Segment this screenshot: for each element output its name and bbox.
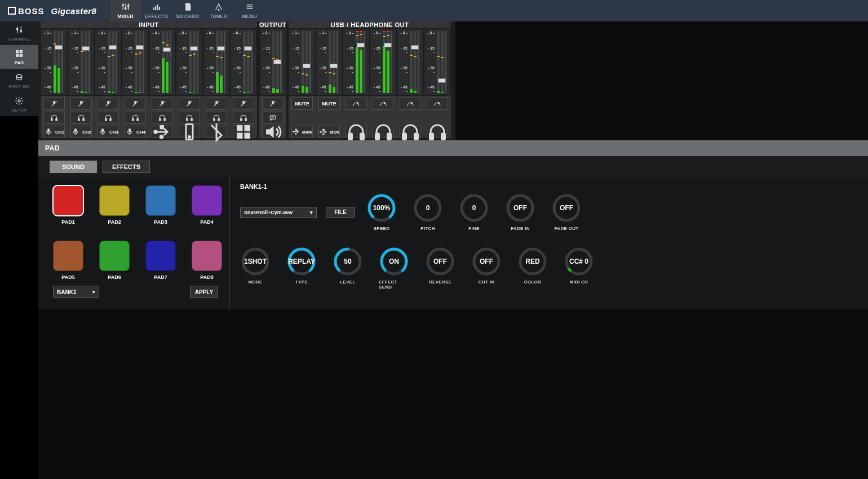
curve-button[interactable] (400, 97, 421, 110)
pad7-button[interactable] (145, 241, 176, 271)
mic-mute-button[interactable] (70, 97, 92, 110)
mic-mute-button[interactable] (152, 97, 173, 110)
fader-track[interactable] (445, 31, 446, 93)
channel-label-usb[interactable] (152, 126, 173, 138)
fader-track[interactable] (116, 31, 117, 93)
monitor-button[interactable] (98, 112, 119, 124)
fader-knob[interactable] (163, 47, 171, 52)
channel-label-ch3[interactable]: CH3 (98, 126, 119, 138)
pad5-button[interactable] (53, 241, 83, 271)
nav-tab-effects[interactable]: EFFECTS (141, 0, 172, 21)
knob-color[interactable]: RED COLOR (517, 247, 548, 290)
fader-track[interactable] (280, 31, 282, 93)
monitor-button[interactable] (43, 112, 65, 124)
knob-fadeout[interactable]: OFF FADE OUT (551, 193, 582, 231)
nav-tab-mixer[interactable]: MIXER (110, 0, 141, 21)
pad2-button[interactable] (99, 185, 130, 216)
channel-label-ch2[interactable]: CH2 (70, 126, 92, 138)
fader-knob[interactable] (55, 45, 63, 50)
file-button[interactable]: FILE (326, 207, 355, 218)
knob-fadein[interactable]: OFF FADE IN (505, 193, 535, 231)
mic-mute-button[interactable] (233, 97, 254, 110)
rail-pad[interactable]: PAD (0, 45, 38, 69)
knob-fine[interactable]: 0 FINE (459, 193, 489, 231)
pad4-button[interactable] (192, 185, 222, 216)
channel-label-hp2[interactable] (373, 126, 394, 138)
rail-setup[interactable]: SETUP (0, 92, 38, 116)
fader-track[interactable] (251, 31, 253, 93)
fader-track[interactable] (170, 31, 171, 93)
channel-label-out[interactable] (262, 126, 284, 138)
curve-button[interactable] (346, 97, 367, 110)
fader-knob[interactable] (411, 45, 419, 50)
channel-label-pad[interactable] (233, 126, 254, 138)
mic-mute-button[interactable] (43, 97, 65, 110)
channel-label-usbmain[interactable]: MAIN (291, 126, 313, 138)
fader-knob[interactable] (303, 64, 311, 68)
fader-knob[interactable] (438, 78, 446, 83)
pad6-button[interactable] (99, 241, 130, 271)
mic-mute-button[interactable] (98, 97, 119, 110)
channel-label-mobile[interactable] (179, 126, 200, 138)
fader-track[interactable] (309, 31, 311, 93)
curve-button[interactable] (427, 97, 448, 110)
mute-button[interactable]: MUTE (318, 97, 340, 110)
knob-speed[interactable]: 100% SPEED (366, 193, 397, 231)
pad8-button[interactable] (192, 241, 222, 271)
mic-mute-button[interactable] (179, 97, 200, 110)
fader-track[interactable] (364, 31, 365, 93)
mic-mute-button[interactable] (206, 97, 227, 110)
mic-mute-button[interactable] (262, 97, 284, 110)
fader-knob[interactable] (217, 46, 225, 51)
subtab-effects[interactable]: EFFECTS (103, 161, 150, 173)
fader-knob[interactable] (82, 46, 90, 51)
fader-track[interactable] (391, 31, 392, 93)
rail-footsw[interactable]: FOOT SW (0, 69, 38, 92)
knob-type[interactable]: REPLAY TYPE (286, 247, 317, 290)
fader-knob[interactable] (136, 45, 144, 50)
fader-knob[interactable] (357, 43, 365, 47)
fader-knob[interactable] (330, 64, 338, 68)
rail-channel[interactable]: CHANNEL (0, 21, 38, 45)
channel-label-hp4[interactable] (427, 126, 448, 138)
knob-pitch[interactable]: 0 PITCH (413, 193, 443, 231)
knob-level[interactable]: 50 LEVEL (333, 247, 363, 290)
nav-tab-tuner[interactable]: TUNER (203, 0, 234, 21)
nav-tab-sdcard[interactable]: SD CARD (172, 0, 203, 21)
subtab-sound[interactable]: SOUND (50, 161, 97, 173)
channel-label-usbmon[interactable]: MON (318, 126, 340, 138)
fader-track[interactable] (197, 31, 198, 93)
curve-button[interactable] (373, 97, 394, 110)
fader-track[interactable] (88, 31, 90, 93)
channel-label-bt[interactable] (206, 126, 227, 138)
fader-track[interactable] (143, 31, 144, 93)
knob-mode[interactable]: 1SHOT MODE (240, 247, 271, 290)
fader-knob[interactable] (190, 46, 198, 51)
pad1-button[interactable] (53, 185, 83, 216)
monitor-button[interactable] (125, 112, 146, 124)
monitor-button[interactable] (70, 112, 92, 124)
bank-select[interactable]: BANK1 ▾ (53, 286, 99, 298)
fader-track[interactable] (336, 31, 338, 93)
nav-tab-menu[interactable]: MENU (234, 0, 265, 21)
channel-label-hp3[interactable] (400, 126, 421, 138)
fader-knob[interactable] (244, 46, 252, 51)
mic-mute-button[interactable] (125, 97, 146, 110)
channel-label-ch1[interactable]: CH1 (43, 126, 65, 138)
pad3-button[interactable] (145, 185, 176, 216)
channel-label-ch4[interactable]: CH4 (125, 126, 146, 138)
knob-effsend[interactable]: ON EFFECT SEND (379, 247, 409, 290)
apply-button[interactable]: APPLY (190, 286, 218, 298)
file-select[interactable]: SnareRoll+Cym.wav ▾ (240, 207, 317, 218)
fader-track[interactable] (224, 31, 225, 93)
fader-knob[interactable] (384, 43, 392, 47)
fader-track[interactable] (418, 31, 419, 93)
fader-knob[interactable] (273, 60, 281, 64)
knob-midicc[interactable]: CC# 0 MIDI CC (564, 247, 594, 290)
fader-track[interactable] (61, 31, 63, 93)
mute-button[interactable]: MUTE (291, 97, 313, 110)
fader-knob[interactable] (109, 45, 117, 50)
channel-label-hp1[interactable] (346, 126, 367, 138)
knob-cutin[interactable]: OFF CUT IN (471, 247, 502, 290)
knob-reverse[interactable]: OFF REVERSE (425, 247, 455, 290)
